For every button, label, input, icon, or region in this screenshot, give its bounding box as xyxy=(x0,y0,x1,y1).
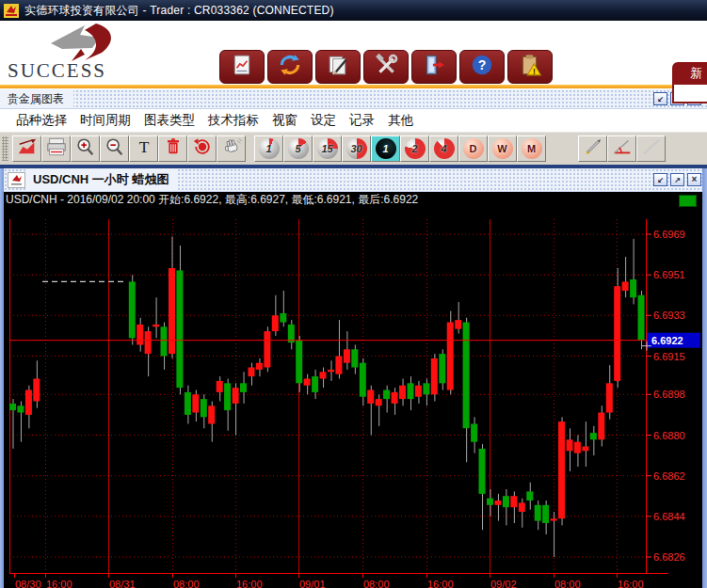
y-axis-label: 6.6880 xyxy=(653,430,685,441)
x-axis-label: 08/31 xyxy=(109,579,136,588)
chart-window-icon xyxy=(8,172,25,188)
reset-button[interactable] xyxy=(187,135,217,162)
timeframe-button-1[interactable]: 1 xyxy=(254,135,283,162)
menu-bar: 品种选择时间周期图表类型技术指标视窗设定记录其他 xyxy=(0,109,707,133)
timeframe-label: 30 xyxy=(350,143,362,154)
trading-app-window: { "title_bar": {"title": "实德环球投资有限公司 - T… xyxy=(0,0,707,588)
menu-item-5[interactable]: 视窗 xyxy=(265,112,304,129)
line-tool-button[interactable] xyxy=(636,135,666,162)
delete-button[interactable] xyxy=(158,135,187,162)
menu-item-6[interactable]: 设定 xyxy=(304,112,343,129)
print-icon xyxy=(45,136,68,161)
report-chart-button[interactable] xyxy=(219,50,265,84)
chart-close-button[interactable]: × xyxy=(687,173,701,186)
y-axis-label: 6.6862 xyxy=(653,470,685,482)
timeframe-button-W[interactable]: W xyxy=(488,135,517,162)
x-axis-label: 16:00 xyxy=(46,579,72,588)
zoom-out-icon xyxy=(104,136,126,161)
timeframe-button-5[interactable]: 5 xyxy=(283,135,313,162)
menu-item-7[interactable]: 记录 xyxy=(343,112,381,129)
orders-icon xyxy=(326,53,350,81)
timeframe-label: M xyxy=(527,143,536,154)
current-price-tag: 6.6922 xyxy=(651,335,683,346)
print-button[interactable] xyxy=(41,135,71,162)
x-axis-label: 08:00 xyxy=(554,579,581,588)
news-tab-body xyxy=(672,85,707,103)
panel-restore-window-button[interactable]: ↙ xyxy=(653,92,667,105)
angle-tool-button[interactable] xyxy=(607,135,636,162)
tools-button[interactable] xyxy=(363,50,409,84)
refresh-button[interactable] xyxy=(267,50,313,84)
timeframe-button-M[interactable]: M xyxy=(517,135,546,162)
x-axis-label: 08:00 xyxy=(363,579,390,588)
chart-window: USD/CNH 一小时 蜡烛图 ↙↗× USD/CNH - 2016/09/02… xyxy=(0,168,707,588)
alerts-button[interactable]: ! xyxy=(507,50,553,84)
news-tab-label[interactable]: 新 xyxy=(672,62,707,85)
chart-style-icon xyxy=(16,136,39,161)
zoom-out-button[interactable] xyxy=(100,135,129,162)
window-border-left xyxy=(0,168,4,588)
orders-button[interactable] xyxy=(315,50,361,84)
help-button[interactable]: ? xyxy=(459,50,505,84)
timeframe-label: 2 xyxy=(411,143,417,154)
toolbar-drag-handle[interactable] xyxy=(2,136,8,161)
timeframe-label: 5 xyxy=(295,143,300,154)
timeframe-label: 15 xyxy=(321,143,332,154)
zoom-in-icon xyxy=(74,136,97,161)
report-chart-icon xyxy=(230,53,254,81)
menu-item-4[interactable]: 技术指标 xyxy=(201,112,265,129)
menu-item-2[interactable]: 时间周期 xyxy=(73,112,137,129)
reset-icon xyxy=(191,136,214,161)
logout-button[interactable] xyxy=(411,50,457,84)
text-tool-button[interactable]: T xyxy=(129,135,158,162)
y-axis-label: 6.6933 xyxy=(653,310,685,321)
timeframe-button-2[interactable]: 2 xyxy=(400,135,429,162)
panel-title-bar[interactable]: 贵金属图表 ↙↗× xyxy=(0,88,707,109)
pencil-button[interactable] xyxy=(578,135,607,162)
chart-style-button[interactable] xyxy=(12,135,41,162)
candlestick-chart[interactable]: 6.69696.69516.69336.69156.68986.68806.68… xyxy=(0,208,707,588)
connection-status-indicator xyxy=(679,195,697,207)
x-axis-label: 09/01 xyxy=(299,579,326,588)
menu-item-8[interactable]: 其他 xyxy=(381,112,420,129)
svg-text:T: T xyxy=(138,137,149,156)
svg-text:?: ? xyxy=(478,57,487,72)
timeframe-label: 1 xyxy=(265,143,271,154)
timeframe-label: D xyxy=(470,143,477,154)
timeframe-button-15[interactable]: 15 xyxy=(313,135,342,162)
brand-band: SUCCESS ?! 新 xyxy=(0,21,707,85)
chart-window-title-bar[interactable]: USD/CNH 一小时 蜡烛图 ↙↗× xyxy=(0,168,707,192)
chart-restore-window-button[interactable]: ↙ xyxy=(653,173,667,186)
zoom-in-button[interactable] xyxy=(71,135,100,162)
quote-info-bar: USD/CNH - 2016/09/02 20:00 开始:6.6922, 最高… xyxy=(0,192,707,208)
help-icon: ? xyxy=(470,53,494,81)
main-toolbar: ?! xyxy=(219,50,553,84)
chart-window-buttons: ↙↗× xyxy=(653,173,707,186)
timeframe-button-1h[interactable]: 1 xyxy=(371,135,400,162)
menu-item-1[interactable]: 品种选择 xyxy=(9,112,73,129)
timeframe-button-30[interactable]: 30 xyxy=(342,135,371,162)
quote-info-text: USD/CNH - 2016/09/02 20:00 开始:6.6922, 最高… xyxy=(6,192,418,208)
y-axis-label: 6.6898 xyxy=(653,389,685,400)
timeframe-button-4[interactable]: 4 xyxy=(429,135,458,162)
window-title: 实德环球投资有限公司 - Trader : CR033362 (CONNECTE… xyxy=(24,3,334,19)
timeframe-button-D[interactable]: D xyxy=(458,135,488,162)
text-tool-icon: T xyxy=(133,136,155,161)
angle-tool-icon xyxy=(611,136,634,161)
x-axis-label: 16:00 xyxy=(236,579,263,588)
x-axis-label: 08/30 xyxy=(15,579,41,588)
timeframe-label: W xyxy=(497,143,506,154)
erase-hand-icon xyxy=(220,136,243,161)
y-axis-label: 6.6844 xyxy=(653,511,685,522)
erase-hand-button[interactable] xyxy=(217,135,246,162)
menu-item-3[interactable]: 图表类型 xyxy=(137,112,201,129)
refresh-icon xyxy=(278,53,302,81)
delete-icon xyxy=(162,136,185,161)
logout-icon xyxy=(422,53,446,81)
x-axis-label: 09/02 xyxy=(490,579,517,588)
news-tab[interactable]: 新 xyxy=(672,62,707,85)
y-axis-label: 6.6969 xyxy=(653,229,685,240)
chart-popout-window-button[interactable]: ↗ xyxy=(670,173,684,186)
x-axis-label: 16:00 xyxy=(427,579,454,588)
pencil-icon xyxy=(582,136,604,161)
